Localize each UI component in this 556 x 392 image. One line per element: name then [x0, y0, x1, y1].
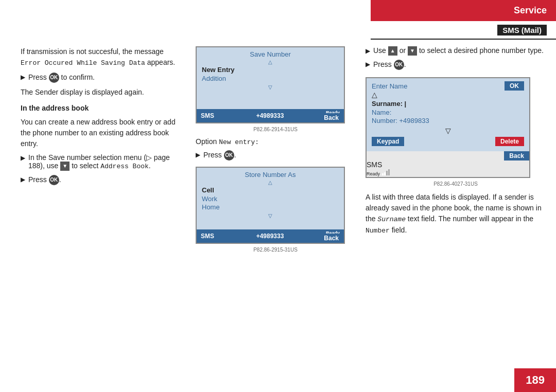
- signal-bars-3: [382, 169, 390, 175]
- ok-icon-1: OK: [49, 73, 59, 83]
- name-field: Name:: [372, 109, 524, 116]
- surname-ref: Surname: [377, 216, 406, 223]
- bullet-press-ok: ▶ Press OK.: [21, 175, 185, 185]
- surname-field: Surname: |: [372, 100, 524, 108]
- bullet-save-number: ▶ In the Save number selection menu (▷ p…: [21, 153, 185, 171]
- screen-arrow-up-2: △: [202, 180, 339, 185]
- ref-2: P82.86-2915-31US: [196, 247, 355, 253]
- bottom-btns-row: Keypad Delete: [372, 137, 524, 146]
- ok-icon-2: OK: [49, 175, 59, 185]
- ref-1: P82.86-2914-31US: [196, 127, 355, 132]
- back-button-3[interactable]: Back: [504, 151, 529, 161]
- screen-arrow-down-2: ▽: [202, 213, 339, 219]
- center-column: Save Number △ New Entry Addition ▽ Back …: [196, 46, 355, 258]
- screen-enter-name: Enter Name OK △ Surname: | Name: Number:…: [366, 77, 530, 178]
- nav-down-icon-2: ▼: [408, 46, 417, 56]
- new-entry-mono: New entry:: [219, 138, 259, 146]
- phone-1: +4989333: [256, 112, 284, 119]
- error-code: Error Occured While Saving Data: [21, 59, 145, 67]
- ok-blue-btn[interactable]: OK: [505, 81, 524, 91]
- bullet-confirm: ▶ Press OK to confirm.: [21, 73, 185, 83]
- keypad-button[interactable]: Keypad: [372, 137, 404, 146]
- description-para: A list with three data fields is display…: [366, 192, 546, 236]
- screen-save-number-inner: Save Number △ New Entry Addition ▽: [197, 47, 344, 109]
- status-bar-3: SMS Ready: [367, 161, 529, 177]
- screen-work: Work: [202, 195, 339, 203]
- back-button-1[interactable]: Back: [319, 113, 344, 122]
- page-number: 189: [514, 368, 556, 392]
- screen-arrow-up-3: △: [372, 91, 524, 99]
- screen-save-number: Save Number △ New Entry Addition ▽ Back …: [196, 46, 345, 123]
- sms-header: SMS (Mail): [371, 22, 556, 40]
- bullet-use-nav: ▶ Use ▲ or ▼ to select a desired phone n…: [366, 46, 546, 56]
- sms-label-1: SMS: [201, 112, 214, 119]
- screen-save-number-title: Save Number: [202, 50, 339, 58]
- service-header: Service: [371, 0, 556, 21]
- screen-arrow-down-1: ▽: [202, 84, 339, 90]
- phone-2: +4989333: [256, 233, 284, 240]
- intro-para: If transmission is not succesful, the me…: [21, 46, 185, 68]
- sms-label-2: SMS: [201, 233, 214, 240]
- enter-name-header-row: Enter Name OK: [372, 81, 524, 91]
- ok-icon-4: OK: [394, 60, 404, 70]
- screen-addition: Addition: [202, 75, 339, 82]
- option-label: Option New entry:: [196, 137, 355, 146]
- screen-arrow-down-3: ▽: [372, 127, 524, 135]
- screen-arrow-up-1: △: [202, 59, 339, 65]
- screen-enter-name-inner: Enter Name OK △ Surname: | Name: Number:…: [367, 78, 529, 151]
- number-ref: Number: [366, 227, 390, 235]
- nav-up-icon: ▲: [388, 46, 397, 56]
- sms-label-3: SMS: [367, 161, 382, 169]
- sms-title: SMS (Mail): [497, 25, 547, 35]
- address-book-mono: Address Book: [100, 163, 149, 170]
- left-column: If transmission is not succesful, the me…: [21, 46, 185, 189]
- bullet-press-ok-center: ▶ Press OK.: [196, 150, 355, 161]
- bullet-press-ok-right: ▶ Press OK.: [366, 60, 546, 70]
- sender-display-para: The Sender display is displayed again.: [21, 87, 185, 98]
- ok-icon-3: OK: [224, 150, 234, 161]
- right-column: ▶ Use ▲ or ▼ to select a desired phone n…: [366, 46, 546, 236]
- service-title: Service: [514, 5, 547, 15]
- screen-new-entry: New Entry: [202, 66, 339, 74]
- address-book-heading: In the address book: [21, 103, 185, 114]
- enter-name-title: Enter Name: [372, 82, 407, 90]
- screen-store-number: Store Number As △ Cell Work Home ▽ Back …: [196, 167, 345, 244]
- back-button-2[interactable]: Back: [319, 234, 344, 243]
- ref-3: P82.86-4027-31US: [366, 181, 546, 187]
- screen-cell: Cell: [202, 186, 339, 194]
- delete-button[interactable]: Delete: [495, 137, 524, 146]
- screen-store-title: Store Number As: [202, 171, 339, 179]
- screen-store-number-inner: Store Number As △ Cell Work Home ▽: [197, 168, 344, 229]
- nav-down-icon: ▼: [60, 162, 70, 171]
- number-field: Number: +4989833: [372, 117, 524, 124]
- address-book-para: You can create a new address book entry …: [21, 117, 185, 149]
- screen-home: Home: [202, 203, 339, 211]
